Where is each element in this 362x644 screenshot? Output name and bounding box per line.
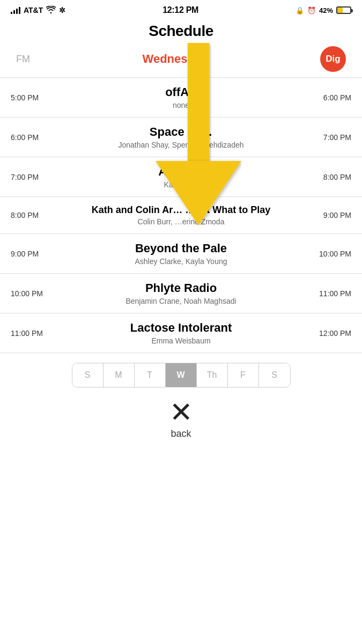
show-hosts-1: Jonathan Shay, Spenc… Mehdizadeh [59, 141, 303, 149]
back-label[interactable]: back [171, 428, 191, 440]
day-selector-inner: S M T W Th F S [72, 363, 291, 387]
lock-icon: 🔒 [295, 6, 304, 14]
day-selector: S M T W Th F S [0, 363, 362, 387]
end-time-0: 6:00 PM [303, 93, 351, 102]
carrier-label: AT&T [24, 6, 43, 14]
schedule-row-1[interactable]: 6:00 PM Space Ja… Jonathan Shay, Spenc… … [0, 118, 362, 157]
schedule-row-0[interactable]: 5:00 PM offAir none 6:00 PM [0, 78, 362, 117]
page-title: Schedule [0, 18, 362, 46]
show-hosts-6: Emma Weisbaum [59, 336, 303, 345]
start-time-4: 9:00 PM [11, 250, 59, 258]
schedule-row-3[interactable]: 8:00 PM Kath and Colin Ar… …out What to … [0, 197, 362, 233]
show-info-5: Phlyte Radio Benjamin Crane, Noah Maghsa… [59, 281, 303, 305]
end-time-1: 7:00 PM [303, 133, 351, 142]
show-info-0: offAir none [59, 85, 303, 109]
end-time-2: 8:00 PM [303, 173, 351, 181]
show-info-2: Art H…r Ka… …ux [59, 165, 303, 189]
header-fm-label[interactable]: FM [16, 54, 30, 65]
show-title-1: Space Ja… [59, 125, 303, 139]
status-left: AT&T ✲ [11, 6, 65, 15]
start-time-1: 6:00 PM [11, 133, 59, 142]
show-title-6: Lactose Intolerant [59, 321, 303, 335]
show-title-5: Phlyte Radio [59, 281, 303, 295]
end-time-6: 12:00 PM [303, 329, 351, 338]
start-time-0: 5:00 PM [11, 93, 59, 102]
status-bar: AT&T ✲ 12:12 PM 🔒 ⏰ 42% [0, 0, 362, 18]
header-day-label[interactable]: Wednesday [143, 52, 208, 66]
day-btn-sat[interactable]: S [259, 363, 290, 387]
start-time-2: 7:00 PM [11, 173, 59, 181]
show-title-0: offAir [59, 85, 303, 99]
end-time-4: 10:00 PM [303, 250, 351, 258]
header-row: FM Wednesday Dig [0, 46, 362, 72]
start-time-5: 10:00 PM [11, 289, 59, 298]
show-hosts-4: Ashley Clarke, Kayla Young [59, 257, 303, 266]
status-time: 12:12 PM [162, 5, 198, 15]
close-icon[interactable]: ✕ [169, 398, 193, 426]
start-time-3: 8:00 PM [11, 211, 59, 219]
end-time-3: 9:00 PM [303, 211, 351, 219]
signal-icon [11, 7, 20, 14]
show-hosts-2: Ka… …ux [59, 180, 303, 189]
divider-6 [0, 353, 362, 353]
show-hosts-3: Colin Burr, …erine Zmoda [59, 217, 303, 226]
end-time-5: 11:00 PM [303, 289, 351, 298]
day-btn-wed[interactable]: W [166, 363, 197, 387]
back-section: ✕ back [0, 398, 362, 440]
alarm-icon: ⏰ [307, 6, 316, 14]
schedule-row-5[interactable]: 10:00 PM Phlyte Radio Benjamin Crane, No… [0, 274, 362, 313]
show-hosts-5: Benjamin Crane, Noah Maghsadi [59, 297, 303, 305]
schedule-list: 5:00 PM offAir none 6:00 PM 6:00 PM Spac… [0, 78, 362, 353]
day-btn-thu[interactable]: Th [197, 363, 228, 387]
loading-icon: ✲ [59, 6, 65, 14]
schedule-row-6[interactable]: 11:00 PM Lactose Intolerant Emma Weisbau… [0, 313, 362, 353]
day-btn-sun[interactable]: S [72, 363, 104, 387]
show-info-4: Beyond the Pale Ashley Clarke, Kayla You… [59, 241, 303, 266]
schedule-row-2[interactable]: 7:00 PM Art H…r Ka… …ux 8:00 PM [0, 157, 362, 196]
schedule-row-4[interactable]: 9:00 PM Beyond the Pale Ashley Clarke, K… [0, 234, 362, 273]
day-btn-mon[interactable]: M [104, 363, 135, 387]
show-hosts-0: none [59, 101, 303, 109]
show-info-1: Space Ja… Jonathan Shay, Spenc… Mehdizad… [59, 125, 303, 149]
battery-percent: 42% [319, 6, 333, 14]
wifi-icon [46, 6, 56, 15]
show-info-3: Kath and Colin Ar… …out What to Play Col… [59, 204, 303, 226]
show-title-4: Beyond the Pale [59, 241, 303, 255]
battery-icon [336, 6, 351, 14]
dig-badge[interactable]: Dig [320, 46, 346, 72]
show-title-3: Kath and Colin Ar… …out What to Play [59, 204, 303, 216]
day-btn-tue[interactable]: T [135, 363, 166, 387]
status-right: 🔒 ⏰ 42% [295, 6, 351, 14]
start-time-6: 11:00 PM [11, 329, 59, 338]
show-title-2: Art H…r [59, 165, 303, 179]
day-btn-fri[interactable]: F [228, 363, 259, 387]
show-info-6: Lactose Intolerant Emma Weisbaum [59, 321, 303, 345]
